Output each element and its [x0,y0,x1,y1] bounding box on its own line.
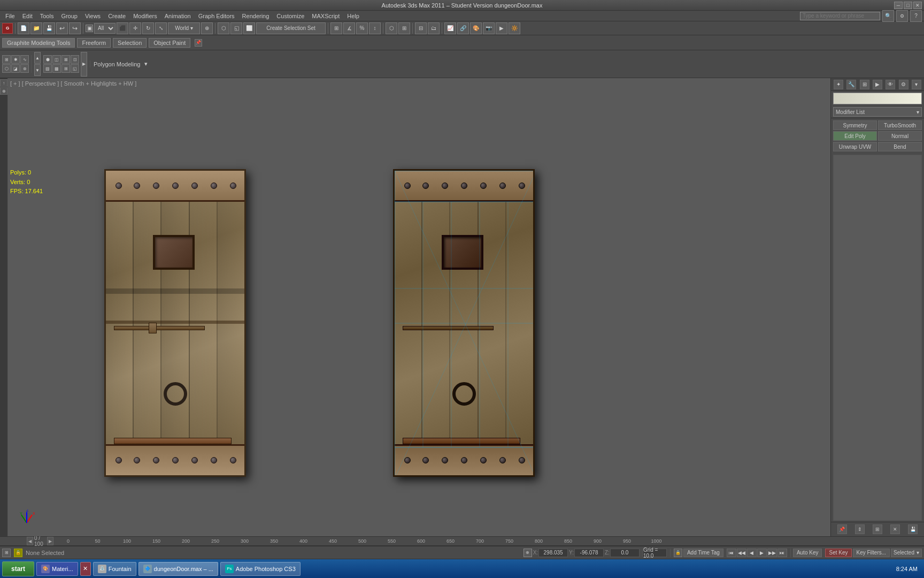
taskbar-item-photoshop[interactable]: Ps Adobe Photoshop CS3 [220,562,301,576]
rp-utilities-icon[interactable]: ⚙ [899,80,908,89]
graphite-tool6[interactable]: ⊛ [20,64,29,73]
mod-editpoly[interactable]: Edit Poly [833,131,877,141]
options-icon[interactable]: ⚙ [896,10,908,22]
new-btn[interactable]: 📄 [18,22,29,34]
taskbar-item-fountain[interactable]: ⛲ Fountain [93,562,136,576]
poly-tool7[interactable]: ⊞ [61,64,70,73]
play-btn[interactable]: ▶ [757,549,767,557]
menu-animation[interactable]: Animation [161,12,194,20]
poly-tool1[interactable]: ⬢ [43,55,52,64]
tab-object-paint[interactable]: Object Paint [149,38,190,48]
select-by-btn[interactable]: ⬡ [218,22,229,34]
left-tool-arrow[interactable]: ↑ [0,79,7,87]
select-region-btn[interactable]: ◱ [230,22,242,34]
menu-graph-editors[interactable]: Graph Editors [195,12,238,20]
window-crossing-btn[interactable]: ⬜ [243,22,255,34]
named-selections-btn[interactable]: Create Selection Set [256,22,326,34]
rp-motion-icon[interactable]: ▶ [873,80,882,89]
mod-symmetry[interactable]: Symmetry [833,120,877,130]
mod-bend[interactable]: Bend [878,142,922,151]
rp-display-icon[interactable]: 👁 [886,80,895,89]
graphite-tool3[interactable]: ∿ [20,55,29,64]
taskbar-item-dungeon[interactable]: 🔷 dungeonDoor.max – ... [138,562,218,576]
main-viewport[interactable]: [ + ] [ Perspective ] [ Smooth + Highlig… [8,78,830,536]
snap-toggle[interactable]: ⊞ [330,22,342,34]
modifier-list-dropdown[interactable]: Modifier List ▾ [833,107,922,117]
schematic-btn[interactable]: 🔗 [457,22,469,34]
timeline-prev[interactable]: ◀ [27,537,33,545]
graphite-tool4[interactable]: ⬡ [2,64,11,73]
start-button[interactable]: start [2,561,34,576]
menu-tools[interactable]: Tools [37,12,57,20]
key-lock-btn[interactable]: 🔒 [674,549,682,557]
scale-btn[interactable]: ⤡ [155,22,167,34]
render-frame-btn[interactable]: ▶ [496,22,507,34]
logo-btn[interactable]: G [2,23,13,34]
play-back-btn[interactable]: ◀ [747,549,757,557]
graph-pin-btn[interactable]: 📌 [195,39,202,47]
activeshade-btn[interactable]: 🔆 [509,22,520,34]
menu-group[interactable]: Group [58,12,81,20]
expand-up[interactable]: ▲ [34,52,41,64]
open-btn[interactable]: 📁 [30,22,42,34]
color-swatch[interactable] [833,93,922,104]
menu-maxscript[interactable]: MAXScript [309,12,343,20]
percent-snap[interactable]: % [356,22,368,34]
search-icon[interactable]: 🔍 [882,10,894,22]
timeline-next[interactable]: ▶ [47,537,53,545]
select-filter-btn[interactable]: ⬛ [117,22,128,34]
x-value[interactable]: 298.035 [538,549,568,557]
taskbar-item-materi[interactable]: 🎨 Materi... [36,562,78,576]
rotate-btn[interactable]: ↻ [142,22,154,34]
selected-dropdown[interactable]: Selected ▾ [891,549,922,557]
left-tool-coord[interactable]: ⊕ [0,87,7,95]
graphite-tool5[interactable]: ◪ [11,64,20,73]
mirror-btn[interactable]: ⬡ [386,22,397,34]
status-icon1[interactable]: ⊞ [2,549,11,557]
layer-mgr-btn[interactable]: ⊟ [415,22,427,34]
rp-copy-icon[interactable]: ⊞ [873,524,882,534]
auto-key-btn[interactable]: Auto Key [793,549,822,557]
expand-down[interactable]: ▼ [34,64,41,76]
menu-modifiers[interactable]: Modifiers [130,12,160,20]
select-mode-dropdown[interactable]: All [94,23,116,34]
rp-move-icon[interactable]: ⇕ [855,524,865,534]
add-time-tag-btn[interactable]: Add Time Tag [683,549,723,557]
key-filters-btn[interactable]: Key Filters... [853,549,890,557]
undo-btn[interactable]: ↩ [56,22,68,34]
mod-unwrap[interactable]: Unwrap UVW [833,142,877,151]
poly-tool4[interactable]: ⊡ [71,55,79,64]
mat-editor-btn[interactable]: 🎨 [470,22,482,34]
polygon-modeling-dropdown[interactable]: Polygon Modeling ▾ [94,60,148,67]
rp-delete-icon[interactable]: ✕ [890,524,900,534]
poly-tool5[interactable]: ▨ [43,64,52,73]
rp-hierarchy-icon[interactable]: ⊞ [860,80,869,89]
save-btn[interactable]: 💾 [43,22,55,34]
graphite-tool2[interactable]: ✱ [11,55,20,64]
move-btn[interactable]: ✛ [129,22,141,34]
rp-save-icon[interactable]: 💾 [908,524,918,534]
menu-create[interactable]: Create [105,12,129,20]
menu-customize[interactable]: Customize [273,12,307,20]
poly-tool6[interactable]: ▩ [52,64,61,73]
panel-expand-right[interactable]: ▶ [81,52,87,77]
close-button[interactable]: ✕ [913,2,922,9]
tab-selection[interactable]: Selection [113,38,147,48]
scene-explorer-btn[interactable]: 🗂 [428,22,440,34]
status-icon2[interactable]: 🔒 [14,549,22,557]
angle-snap[interactable]: ∡ [343,22,355,34]
rp-pin-icon[interactable]: 📌 [837,524,847,534]
redo-btn[interactable]: ↪ [69,22,81,34]
z-value[interactable]: 0.0 [610,549,640,557]
pivot-btn[interactable]: ⊕ [201,22,213,34]
poly-tool8[interactable]: ◱ [71,64,79,73]
graphite-tool1[interactable]: ⊞ [2,55,11,64]
tab-graphite-modeling[interactable]: Graphite Modeling Tools [2,38,75,48]
poly-tool2[interactable]: ◫ [52,55,61,64]
prev-key-btn[interactable]: ◀◀ [737,549,746,557]
curve-editor-btn[interactable]: 📈 [444,22,456,34]
prev-frame-btn[interactable]: ⏮ [727,549,736,557]
search-input[interactable] [800,12,880,20]
set-key-btn[interactable]: Set Key [825,549,851,557]
render-setup-btn[interactable]: 📷 [483,22,495,34]
